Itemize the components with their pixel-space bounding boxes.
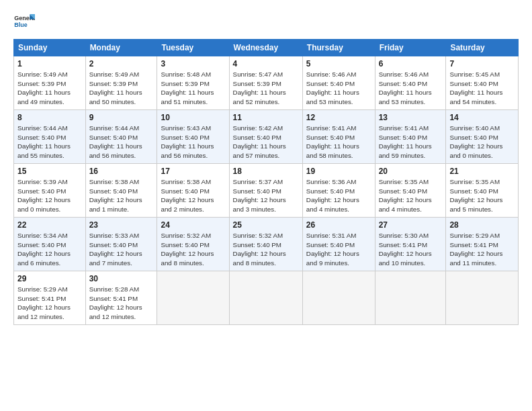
calendar-week-row: 22Sunrise: 5:34 AM Sunset: 5:40 PM Dayli… (14, 218, 519, 271)
calendar-cell: 23Sunrise: 5:33 AM Sunset: 5:40 PM Dayli… (85, 218, 157, 271)
calendar-cell: 6Sunrise: 5:46 AM Sunset: 5:40 PM Daylig… (375, 56, 446, 110)
day-number: 6 (379, 59, 443, 68)
day-number: 13 (379, 113, 443, 122)
logo-icon: General Blue (13, 11, 35, 32)
day-number: 18 (233, 167, 299, 176)
col-monday: Monday (85, 40, 157, 56)
day-info: Sunrise: 5:39 AM Sunset: 5:40 PM Dayligh… (17, 177, 82, 214)
calendar-cell: 7Sunrise: 5:45 AM Sunset: 5:40 PM Daylig… (446, 56, 519, 110)
calendar-cell: 17Sunrise: 5:38 AM Sunset: 5:40 PM Dayli… (157, 164, 229, 218)
calendar-cell: 11Sunrise: 5:42 AM Sunset: 5:40 PM Dayli… (229, 110, 302, 164)
calendar-week-row: 1Sunrise: 5:49 AM Sunset: 5:39 PM Daylig… (14, 56, 519, 110)
calendar-cell: 3Sunrise: 5:48 AM Sunset: 5:39 PM Daylig… (157, 56, 229, 110)
calendar-cell: 18Sunrise: 5:37 AM Sunset: 5:40 PM Dayli… (229, 164, 302, 218)
day-number: 11 (233, 113, 299, 122)
calendar-cell: 21Sunrise: 5:35 AM Sunset: 5:40 PM Dayli… (446, 164, 519, 218)
calendar-cell: 2Sunrise: 5:49 AM Sunset: 5:39 PM Daylig… (85, 56, 157, 110)
calendar-cell: 12Sunrise: 5:41 AM Sunset: 5:40 PM Dayli… (302, 110, 375, 164)
calendar-cell: 1Sunrise: 5:49 AM Sunset: 5:39 PM Daylig… (14, 56, 86, 110)
day-info: Sunrise: 5:46 AM Sunset: 5:40 PM Dayligh… (306, 70, 371, 107)
day-number: 10 (161, 113, 225, 122)
col-wednesday: Wednesday (229, 40, 302, 56)
calendar-cell: 4Sunrise: 5:47 AM Sunset: 5:39 PM Daylig… (229, 56, 302, 110)
day-number: 28 (449, 220, 515, 230)
calendar-cell: 15Sunrise: 5:39 AM Sunset: 5:40 PM Dayli… (14, 164, 86, 218)
day-info: Sunrise: 5:44 AM Sunset: 5:40 PM Dayligh… (89, 124, 154, 161)
day-info: Sunrise: 5:40 AM Sunset: 5:40 PM Dayligh… (449, 124, 515, 161)
day-number: 12 (306, 113, 371, 122)
day-info: Sunrise: 5:30 AM Sunset: 5:41 PM Dayligh… (379, 231, 443, 268)
day-info: Sunrise: 5:28 AM Sunset: 5:41 PM Dayligh… (89, 285, 154, 322)
col-sunday: Sunday (14, 40, 86, 56)
calendar-cell: 5Sunrise: 5:46 AM Sunset: 5:40 PM Daylig… (302, 56, 375, 110)
day-number: 22 (17, 220, 82, 230)
calendar-week-row: 29Sunrise: 5:29 AM Sunset: 5:41 PM Dayli… (14, 271, 519, 325)
day-info: Sunrise: 5:29 AM Sunset: 5:41 PM Dayligh… (449, 231, 515, 268)
calendar-cell: 26Sunrise: 5:31 AM Sunset: 5:40 PM Dayli… (302, 218, 375, 271)
day-info: Sunrise: 5:33 AM Sunset: 5:40 PM Dayligh… (89, 231, 154, 268)
day-number: 23 (89, 220, 154, 230)
day-number: 16 (89, 167, 154, 176)
calendar-cell: 29Sunrise: 5:29 AM Sunset: 5:41 PM Dayli… (14, 271, 86, 325)
calendar-cell: 16Sunrise: 5:38 AM Sunset: 5:40 PM Dayli… (85, 164, 157, 218)
day-info: Sunrise: 5:44 AM Sunset: 5:40 PM Dayligh… (17, 124, 82, 161)
day-info: Sunrise: 5:37 AM Sunset: 5:40 PM Dayligh… (233, 177, 299, 214)
day-info: Sunrise: 5:35 AM Sunset: 5:40 PM Dayligh… (379, 177, 443, 214)
day-info: Sunrise: 5:29 AM Sunset: 5:41 PM Dayligh… (17, 285, 82, 322)
svg-text:Blue: Blue (14, 21, 27, 28)
calendar-cell: 27Sunrise: 5:30 AM Sunset: 5:41 PM Dayli… (375, 218, 446, 271)
calendar-cell (302, 271, 375, 325)
day-number: 7 (449, 59, 515, 68)
calendar-cell: 8Sunrise: 5:44 AM Sunset: 5:40 PM Daylig… (14, 110, 86, 164)
calendar-cell: 19Sunrise: 5:36 AM Sunset: 5:40 PM Dayli… (302, 164, 375, 218)
calendar-cell: 13Sunrise: 5:41 AM Sunset: 5:40 PM Dayli… (375, 110, 446, 164)
day-info: Sunrise: 5:36 AM Sunset: 5:40 PM Dayligh… (306, 177, 371, 214)
logo: General Blue (13, 11, 35, 32)
calendar-cell: 9Sunrise: 5:44 AM Sunset: 5:40 PM Daylig… (85, 110, 157, 164)
day-info: Sunrise: 5:45 AM Sunset: 5:40 PM Dayligh… (449, 70, 515, 107)
day-number: 8 (17, 113, 82, 122)
calendar-cell: 28Sunrise: 5:29 AM Sunset: 5:41 PM Dayli… (446, 218, 519, 271)
day-number: 21 (449, 167, 515, 176)
day-number: 4 (233, 59, 299, 68)
calendar-cell (446, 271, 519, 325)
page-header: General Blue (13, 11, 519, 32)
calendar-week-row: 8Sunrise: 5:44 AM Sunset: 5:40 PM Daylig… (14, 110, 519, 164)
day-number: 15 (17, 167, 82, 176)
calendar-cell: 14Sunrise: 5:40 AM Sunset: 5:40 PM Dayli… (446, 110, 519, 164)
day-info: Sunrise: 5:35 AM Sunset: 5:40 PM Dayligh… (449, 177, 515, 214)
calendar-cell: 20Sunrise: 5:35 AM Sunset: 5:40 PM Dayli… (375, 164, 446, 218)
day-info: Sunrise: 5:34 AM Sunset: 5:40 PM Dayligh… (17, 231, 82, 268)
day-number: 14 (449, 113, 515, 122)
day-number: 2 (89, 59, 154, 68)
day-number: 29 (17, 274, 82, 283)
day-info: Sunrise: 5:49 AM Sunset: 5:39 PM Dayligh… (89, 70, 154, 107)
day-number: 24 (161, 220, 225, 230)
calendar-cell (157, 271, 229, 325)
day-info: Sunrise: 5:38 AM Sunset: 5:40 PM Dayligh… (89, 177, 154, 214)
day-number: 5 (306, 59, 371, 68)
calendar-cell (229, 271, 302, 325)
day-number: 26 (306, 220, 371, 230)
day-number: 27 (379, 220, 443, 230)
day-number: 30 (89, 274, 154, 283)
col-friday: Friday (375, 40, 446, 56)
calendar-cell: 22Sunrise: 5:34 AM Sunset: 5:40 PM Dayli… (14, 218, 86, 271)
day-number: 17 (161, 167, 225, 176)
day-info: Sunrise: 5:32 AM Sunset: 5:40 PM Dayligh… (161, 231, 225, 268)
calendar-cell: 24Sunrise: 5:32 AM Sunset: 5:40 PM Dayli… (157, 218, 229, 271)
day-info: Sunrise: 5:41 AM Sunset: 5:40 PM Dayligh… (306, 124, 371, 161)
day-info: Sunrise: 5:41 AM Sunset: 5:40 PM Dayligh… (379, 124, 443, 161)
day-number: 20 (379, 167, 443, 176)
day-info: Sunrise: 5:46 AM Sunset: 5:40 PM Dayligh… (379, 70, 443, 107)
day-info: Sunrise: 5:31 AM Sunset: 5:40 PM Dayligh… (306, 231, 371, 268)
calendar-header-row: Sunday Monday Tuesday Wednesday Thursday… (14, 40, 519, 56)
day-info: Sunrise: 5:47 AM Sunset: 5:39 PM Dayligh… (233, 70, 299, 107)
calendar-cell (375, 271, 446, 325)
day-number: 1 (17, 59, 82, 68)
col-saturday: Saturday (446, 40, 519, 56)
calendar-cell: 30Sunrise: 5:28 AM Sunset: 5:41 PM Dayli… (85, 271, 157, 325)
day-info: Sunrise: 5:43 AM Sunset: 5:40 PM Dayligh… (161, 124, 225, 161)
day-number: 9 (89, 113, 154, 122)
day-info: Sunrise: 5:42 AM Sunset: 5:40 PM Dayligh… (233, 124, 299, 161)
